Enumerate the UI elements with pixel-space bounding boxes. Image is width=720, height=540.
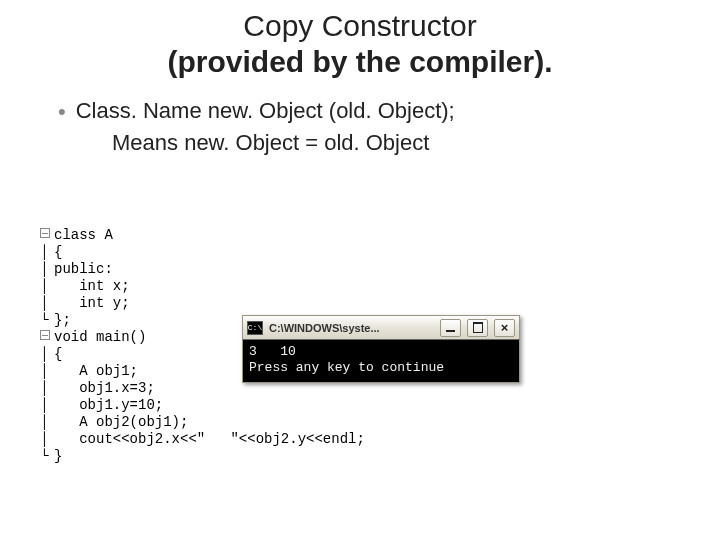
fold-gutter: │ [40,363,54,380]
fold-gutter: │ [40,244,54,261]
console-output: 3 10 Press any key to continue [242,339,520,383]
close-button[interactable]: × [494,319,515,337]
minimize-button[interactable] [440,319,461,337]
fold-gutter: │ [40,397,54,414]
console-window: C:\ C:\WINDOWS\syste... × 3 10 Press any… [242,315,520,383]
cmd-icon-label: C:\ [248,323,262,332]
bullet-list: • Class. Name new. Object (old. Object);… [58,98,720,156]
code-line: cout<<obj2.x<<" "<<obj2.y<<endl; [54,431,365,447]
code-line: }; [54,312,71,328]
window-titlebar[interactable]: C:\ C:\WINDOWS\syste... × [242,315,520,339]
fold-gutter: └ [40,448,54,465]
code-line: int y; [54,295,130,311]
fold-gutter: │ [40,380,54,397]
bullet-item: • Class. Name new. Object (old. Object); [58,98,720,126]
code-line: public: [54,261,113,277]
cmd-icon: C:\ [247,321,263,335]
fold-gutter: │ [40,346,54,363]
code-line: int x; [54,278,130,294]
fold-icon [40,228,50,238]
code-line: { [54,244,62,260]
code-line: class A [54,227,113,243]
bullet-text: Class. Name new. Object (old. Object); [76,98,455,124]
fold-gutter: │ [40,431,54,448]
slide: Copy Constructor (provided by the compil… [0,0,720,540]
bullet-dot-icon: • [58,98,66,126]
title-line2: (provided by the compiler). [0,44,720,80]
fold-gutter: │ [40,261,54,278]
code-line: } [54,448,62,464]
window-title: C:\WINDOWS\syste... [269,322,434,334]
code-line: A obj2(obj1); [54,414,188,430]
code-line: A obj1; [54,363,138,379]
title-line1: Copy Constructor [0,8,720,44]
fold-gutter: └ [40,312,54,329]
fold-gutter: │ [40,278,54,295]
code-line: obj1.x=3; [54,380,155,396]
fold-gutter: │ [40,295,54,312]
code-line: { [54,346,62,362]
bullet-subtext: Means new. Object = old. Object [112,130,720,156]
maximize-button[interactable] [467,319,488,337]
title-block: Copy Constructor (provided by the compil… [0,0,720,80]
code-line: void main() [54,329,146,345]
fold-gutter: │ [40,414,54,431]
code-line: obj1.y=10; [54,397,163,413]
fold-icon [40,330,50,340]
